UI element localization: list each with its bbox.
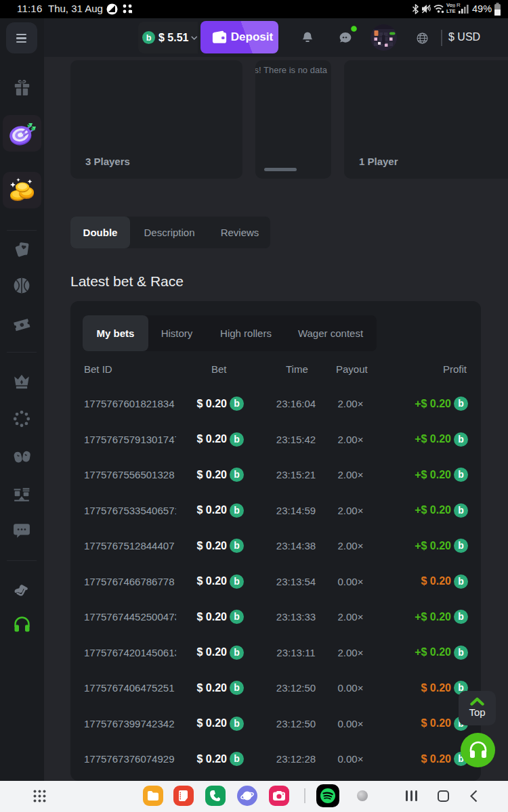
svg-text:b: b: [234, 576, 240, 587]
svg-text:b: b: [458, 398, 464, 409]
svg-text:b: b: [458, 469, 464, 480]
svg-text:b: b: [234, 469, 240, 480]
svg-text:b: b: [234, 540, 240, 551]
svg-text:b: b: [234, 647, 240, 658]
svg-text:b: b: [458, 505, 464, 516]
svg-text:b: b: [458, 576, 464, 587]
svg-text:b: b: [234, 611, 240, 622]
svg-text:b: b: [234, 505, 240, 516]
svg-text:b: b: [234, 718, 240, 729]
svg-text:b: b: [234, 682, 240, 693]
svg-text:b: b: [458, 540, 464, 551]
svg-text:b: b: [458, 647, 464, 658]
svg-text:b: b: [458, 611, 464, 622]
svg-text:b: b: [234, 398, 240, 409]
svg-text:b: b: [458, 434, 464, 445]
svg-text:b: b: [234, 434, 240, 445]
svg-text:b: b: [234, 753, 240, 764]
svg-text:b: b: [146, 33, 152, 43]
